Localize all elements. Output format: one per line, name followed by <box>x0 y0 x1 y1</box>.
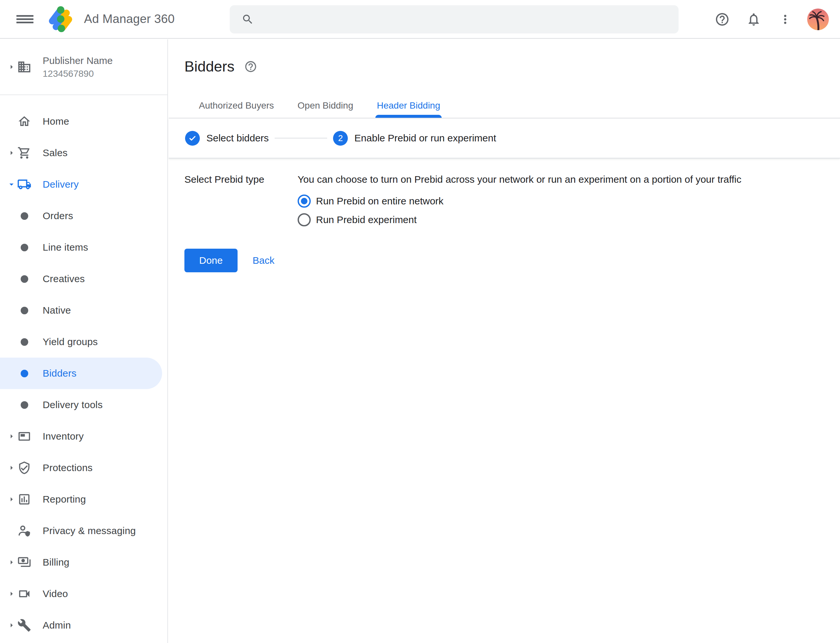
sidebar-item-inventory[interactable]: Inventory <box>0 421 167 452</box>
organization-building-icon <box>17 60 31 74</box>
tab-open-bidding[interactable]: Open Bidding <box>296 100 355 118</box>
expand-caret-icon <box>7 463 17 473</box>
step-1-label[interactable]: Select bidders <box>206 132 269 144</box>
bullet-icon <box>21 370 28 377</box>
palm-tree-icon <box>808 10 828 30</box>
sidebar-item-creatives[interactable]: Creatives <box>0 263 167 295</box>
topbar: Ad Manager 360 <box>0 0 840 39</box>
sidebar-nav: Home Sales Delivery Orders <box>0 95 167 641</box>
person-shield-icon <box>17 524 31 538</box>
bell-icon <box>746 12 761 27</box>
step-2-circle: 2 <box>333 131 348 146</box>
wrench-icon <box>17 618 31 633</box>
expand-caret-icon <box>7 589 17 599</box>
done-button[interactable]: Done <box>185 249 237 272</box>
sidebar-item-orders[interactable]: Orders <box>0 200 167 232</box>
radio-unselected-icon[interactable] <box>297 213 311 226</box>
shield-check-icon <box>17 460 31 475</box>
tab-authorized-buyers[interactable]: Authorized Buyers <box>198 100 275 118</box>
collapse-caret-icon <box>7 179 17 189</box>
tab-header-bidding[interactable]: Header Bidding <box>375 100 441 118</box>
topbar-actions <box>698 0 829 39</box>
publisher-name: Publisher Name <box>42 55 113 66</box>
sidebar: Publisher Name 1234567890 Home Sales <box>0 39 168 643</box>
form-description: You can choose to turn on Prebid across … <box>297 173 741 186</box>
form-section-label: Select Prebid type <box>185 173 297 185</box>
app-title: Ad Manager 360 <box>84 12 175 26</box>
video-camera-icon <box>17 587 31 601</box>
expand-caret-icon <box>7 148 17 158</box>
expand-caret-icon <box>7 494 17 504</box>
notifications-button[interactable] <box>746 12 761 27</box>
back-button[interactable]: Back <box>253 255 275 266</box>
delivery-truck-icon <box>17 177 31 192</box>
payments-icon <box>17 555 31 570</box>
radio-option-experiment[interactable]: Run Prebid experiment <box>297 213 741 226</box>
expand-caret-icon <box>7 62 17 72</box>
sidebar-item-video[interactable]: Video <box>0 578 167 610</box>
bullet-icon <box>21 307 28 314</box>
step-1-completed-circle <box>185 131 200 146</box>
hamburger-icon <box>16 11 33 27</box>
sidebar-item-line-items[interactable]: Line items <box>0 232 167 263</box>
search-input[interactable] <box>263 14 669 25</box>
kebab-menu-icon <box>778 13 792 26</box>
sidebar-item-reporting[interactable]: Reporting <box>0 483 167 515</box>
sidebar-item-delivery[interactable]: Delivery <box>0 169 167 200</box>
sidebar-item-delivery-tools[interactable]: Delivery tools <box>0 389 167 421</box>
more-options-button[interactable] <box>778 12 793 27</box>
bullet-icon <box>21 244 28 251</box>
sidebar-item-admin[interactable]: Admin <box>0 610 167 641</box>
page-help-button[interactable] <box>244 60 258 73</box>
bullet-icon <box>21 401 28 409</box>
sidebar-item-protections[interactable]: Protections <box>0 452 167 483</box>
bullet-icon <box>21 338 28 346</box>
radio-selected-icon[interactable] <box>297 194 311 208</box>
ad-manager-logo-icon[interactable] <box>48 5 74 33</box>
bullet-icon <box>21 275 28 283</box>
home-icon <box>17 114 31 129</box>
sidebar-item-home[interactable]: Home <box>0 106 167 137</box>
sidebar-item-billing[interactable]: Billing <box>0 547 167 578</box>
step-connector <box>275 138 327 139</box>
page-title: Bidders <box>185 58 235 75</box>
sidebar-item-privacy-messaging[interactable]: Privacy & messaging <box>0 515 167 547</box>
bullet-icon <box>21 212 28 220</box>
help-icon <box>715 12 730 27</box>
publisher-selector[interactable]: Publisher Name 1234567890 <box>0 39 167 95</box>
search-icon <box>242 13 254 26</box>
sidebar-item-bidders[interactable]: Bidders <box>0 357 162 389</box>
search-bar[interactable] <box>230 5 678 33</box>
step-2-label: Enable Prebid or run experiment <box>355 132 496 144</box>
publisher-id: 1234567890 <box>42 69 113 79</box>
bar-chart-icon <box>17 492 31 506</box>
expand-caret-icon <box>7 557 17 568</box>
sidebar-item-native[interactable]: Native <box>0 295 167 326</box>
main-content: Bidders Authorized Buyers Open Bidding H… <box>169 39 840 643</box>
radio-option-entire-network[interactable]: Run Prebid on entire network <box>297 194 741 208</box>
stepper: Select bidders 2 Enable Prebid or run ex… <box>169 118 840 158</box>
shopping-cart-icon <box>17 146 31 160</box>
help-button[interactable] <box>715 12 730 27</box>
tab-bar: Authorized Buyers Open Bidding Header Bi… <box>169 100 840 118</box>
check-icon <box>188 134 197 143</box>
menu-button[interactable] <box>16 10 34 28</box>
expand-caret-icon <box>7 620 17 630</box>
inventory-window-icon <box>17 429 31 444</box>
user-avatar[interactable] <box>807 8 829 30</box>
help-icon <box>244 60 257 73</box>
sidebar-item-yield-groups[interactable]: Yield groups <box>0 326 167 357</box>
expand-caret-icon <box>7 431 17 442</box>
sidebar-item-sales[interactable]: Sales <box>0 137 167 169</box>
